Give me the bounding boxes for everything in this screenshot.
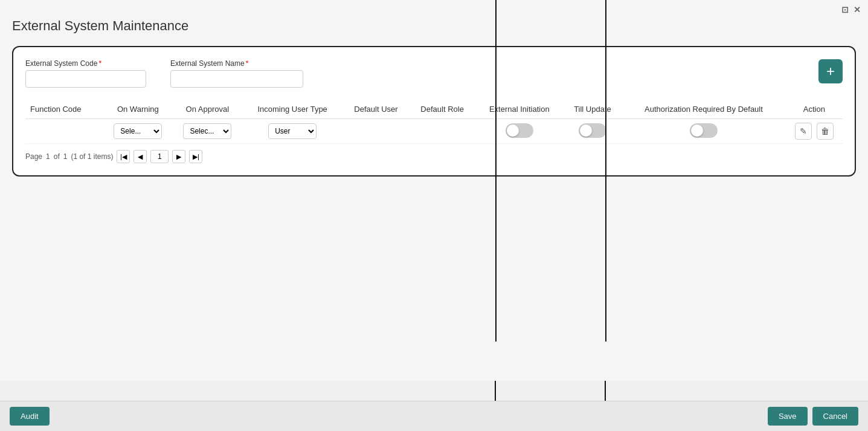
name-label: External System Name* xyxy=(170,59,303,68)
code-input[interactable] xyxy=(25,70,146,88)
name-required-star: * xyxy=(246,59,249,68)
restore-button[interactable]: ⊡ xyxy=(841,5,849,15)
footer-left: Audit xyxy=(10,407,50,426)
auth-required-toggle[interactable] xyxy=(690,123,718,138)
cell-default-role xyxy=(410,119,475,144)
of-label: of xyxy=(54,152,60,161)
add-button[interactable]: + xyxy=(818,59,843,83)
code-field-group: External System Code* xyxy=(25,59,146,88)
window-controls: ⊡ ✕ xyxy=(834,0,868,19)
cell-on-warning[interactable]: Sele... xyxy=(103,119,173,144)
name-field-group: External System Name* xyxy=(170,59,303,88)
footer: Audit Save Cancel xyxy=(0,401,868,431)
cell-incoming-user-type[interactable]: User xyxy=(242,119,343,144)
col-on-warning: On Warning xyxy=(103,100,173,119)
col-action: Action xyxy=(786,100,843,119)
pagination: Page 1 of 1 (1 of 1 items) |◀ ◀ ▶ ▶| xyxy=(25,150,843,163)
first-page-button[interactable]: |◀ xyxy=(117,150,130,163)
form-fields: External System Code* External System Na… xyxy=(25,59,843,88)
page-label: Page xyxy=(25,152,42,161)
col-function-code: Function Code xyxy=(25,100,103,119)
col-auth-required: Authorization Required By Default xyxy=(622,100,786,119)
cell-function-code xyxy=(25,119,103,144)
edit-button[interactable]: ✎ xyxy=(795,123,812,140)
footer-right: Save Cancel xyxy=(768,407,858,426)
cancel-button[interactable]: Cancel xyxy=(812,407,858,426)
cell-auth-required[interactable] xyxy=(622,119,786,144)
name-input[interactable] xyxy=(170,70,303,88)
prev-page-button[interactable]: ◀ xyxy=(133,150,147,163)
audit-button[interactable]: Audit xyxy=(10,407,50,426)
col-on-approval: On Approval xyxy=(173,100,242,119)
table-row: Sele... Selec... User xyxy=(25,119,843,144)
on-warning-select[interactable]: Sele... xyxy=(114,123,162,139)
col-incoming-user-type: Incoming User Type xyxy=(242,100,343,119)
last-page-button[interactable]: ▶| xyxy=(189,150,202,163)
auth-required-knob xyxy=(691,125,703,137)
code-label: External System Code* xyxy=(25,59,146,68)
total-pages: 1 xyxy=(63,152,68,161)
cell-on-approval[interactable]: Selec... xyxy=(173,119,242,144)
page-title: External System Maintenance xyxy=(12,12,856,34)
on-approval-select[interactable]: Selec... xyxy=(183,123,231,139)
cell-till-update[interactable] xyxy=(564,119,622,144)
page-input[interactable] xyxy=(150,150,169,163)
external-initiation-knob xyxy=(507,125,519,137)
page-number: 1 xyxy=(46,152,50,161)
code-required-star: * xyxy=(98,59,101,68)
save-button[interactable]: Save xyxy=(768,407,808,426)
till-update-knob xyxy=(580,125,592,137)
external-initiation-toggle[interactable] xyxy=(506,123,533,138)
form-panel: External System Code* External System Na… xyxy=(12,46,856,177)
next-page-button[interactable]: ▶ xyxy=(172,150,185,163)
data-table: Function Code On Warning On Approval Inc… xyxy=(25,100,843,144)
main-content: External System Maintenance External Sys… xyxy=(0,0,868,381)
action-icons: ✎ 🗑 xyxy=(788,123,840,140)
cell-external-initiation[interactable] xyxy=(475,119,564,144)
col-external-initiation: External Initiation xyxy=(475,100,564,119)
table-header-row: Function Code On Warning On Approval Inc… xyxy=(25,100,843,119)
close-button[interactable]: ✕ xyxy=(854,5,861,15)
items-count: (1 of 1 items) xyxy=(71,152,113,161)
incoming-user-type-select[interactable]: User xyxy=(268,123,317,139)
cell-action: ✎ 🗑 xyxy=(786,119,843,144)
till-update-toggle[interactable] xyxy=(579,123,606,138)
cell-default-user xyxy=(342,119,409,144)
col-default-role: Default Role xyxy=(410,100,475,119)
col-default-user: Default User xyxy=(342,100,409,119)
delete-button[interactable]: 🗑 xyxy=(817,123,834,140)
col-till-update: Till Update xyxy=(564,100,622,119)
